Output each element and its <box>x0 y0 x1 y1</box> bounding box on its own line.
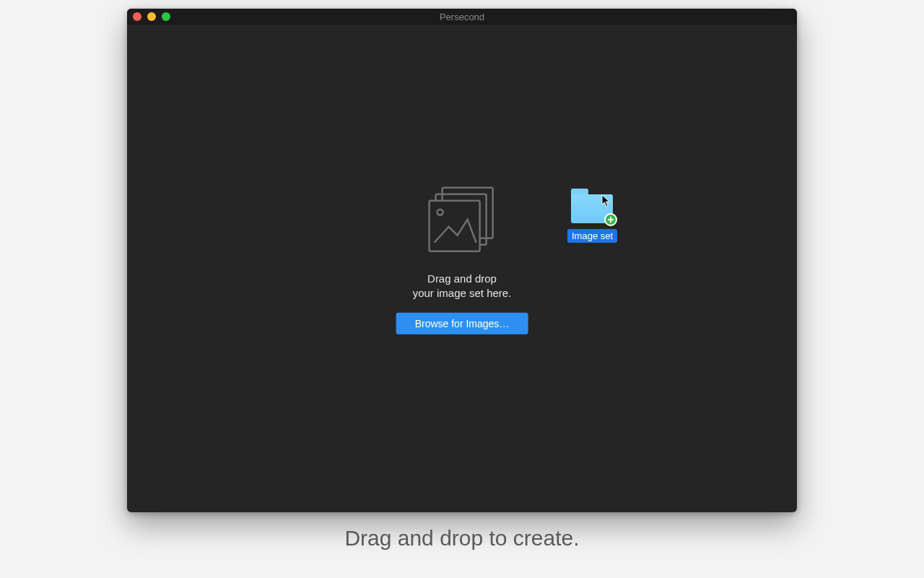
minimize-window-button[interactable] <box>147 12 156 21</box>
traffic-lights <box>133 12 170 21</box>
maximize-window-button[interactable] <box>162 12 170 21</box>
folder-icon <box>571 189 614 223</box>
page-caption: Drag and drop to create. <box>0 526 924 551</box>
dropzone[interactable]: Drag and drop your image set here. Brows… <box>396 184 528 335</box>
dropzone-instruction: Drag and drop your image set here. <box>413 272 512 301</box>
app-window: Persecond Drag and drop your image set h… <box>127 9 797 512</box>
window-title: Persecond <box>440 12 484 22</box>
image-stack-icon <box>426 184 498 259</box>
dragged-folder[interactable]: Image set <box>567 189 617 243</box>
titlebar: Persecond <box>127 9 797 25</box>
dropzone-line1: Drag and drop <box>427 272 497 285</box>
browse-button[interactable]: Browse for Images… <box>396 312 528 334</box>
dragged-folder-label: Image set <box>567 229 617 243</box>
dropzone-line2: your image set here. <box>413 287 512 299</box>
plus-badge-icon <box>604 213 617 226</box>
cursor-icon <box>601 194 611 207</box>
content-area[interactable]: Drag and drop your image set here. Brows… <box>127 25 797 512</box>
close-window-button[interactable] <box>133 12 141 21</box>
svg-rect-2 <box>430 201 480 251</box>
